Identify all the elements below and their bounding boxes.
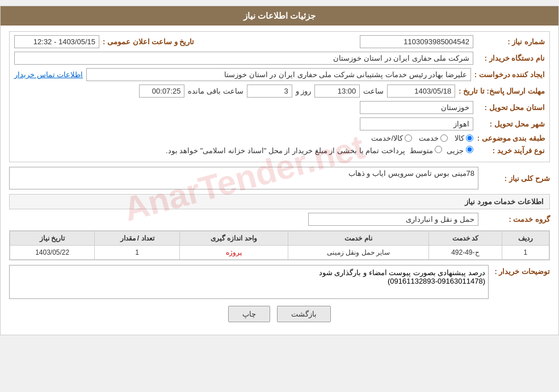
category-radio-group: کالا خدمت کالا/خدمت: [371, 134, 473, 142]
cell-name: سایر حمل ونقل زمینی: [288, 246, 428, 260]
row-creator: ایجاد کننده درخواست : علیرضا بهادر رئیس …: [14, 68, 545, 81]
cell-unit: پروژه: [179, 246, 288, 260]
category-kala-khedmat-radio[interactable]: [405, 134, 412, 142]
col-code: کد خدمت: [429, 231, 502, 246]
city-value: اهواز: [360, 117, 473, 130]
category-kala-label[interactable]: کالا: [455, 134, 473, 142]
buyer-org-value: شرکت ملی حفاری ایران در استان خوزستان: [14, 52, 473, 65]
table-row: 1 ح-49-492 سایر حمل ونقل زمینی پروژه 1 1…: [10, 246, 549, 260]
buyer-notes-label: توضیحات خریدار :: [493, 265, 550, 276]
announce-datetime-label: تاریخ و ساعت اعلان عمومی :: [103, 37, 194, 46]
buyer-notes-value: [9, 265, 489, 299]
remaining-label: ساعت باقی مانده: [188, 87, 243, 95]
need-description-label: شرح کلی نیاز :: [482, 174, 550, 183]
reply-date: 1403/05/18: [387, 85, 455, 98]
category-khedmat-text: خدمت: [419, 134, 439, 142]
reply-days: 3: [247, 85, 292, 98]
need-number-value: 1103093985004542: [360, 35, 473, 48]
page-wrapper: جزئیات اطلاعات نیاز شماره نیاز : 1103093…: [0, 6, 559, 335]
buyer-org-label: نام دستگاه خریدار :: [477, 54, 545, 62]
purchase-type-motavasset-radio[interactable]: [435, 146, 442, 153]
remaining-time: 00:07:25: [139, 85, 184, 98]
row-buyer-org: نام دستگاه خریدار : شرکت ملی حفاری ایران…: [14, 52, 545, 65]
col-unit: واحد اندازه گیری: [179, 231, 288, 246]
category-khedmat-label[interactable]: خدمت: [419, 134, 448, 142]
purchase-type-jozii-text: جزیی: [447, 146, 464, 155]
cell-code: ح-49-492: [429, 246, 502, 260]
purchase-type-label: نوع فرآیند خرید :: [477, 146, 545, 155]
row-province: استان محل تحویل : خوزستان: [14, 101, 545, 114]
need-number-label: شماره نیاز :: [477, 37, 545, 46]
services-table-container: ردیف کد خدمت نام خدمت واحد اندازه گیری ت…: [9, 230, 550, 260]
creator-label: ایجاد کننده درخواست :: [474, 70, 545, 79]
province-value: خوزستان: [360, 101, 473, 114]
services-table: ردیف کد خدمت نام خدمت واحد اندازه گیری ت…: [10, 231, 549, 260]
row-category: طبقه بندی موضوعی : کالا خدمت کالا/خدمت: [14, 134, 545, 142]
category-label: طبقه بندی موضوعی :: [477, 134, 545, 142]
reply-time: 13:00: [314, 85, 360, 98]
row-need-number-date: شماره نیاز : 1103093985004542 تاریخ و سا…: [14, 35, 545, 48]
buttons-row: بازگشت چاپ: [9, 306, 550, 322]
reply-time-label: ساعت: [363, 87, 384, 95]
purchase-type-motavasset-label[interactable]: متوسط: [410, 146, 443, 155]
purchase-type-jozii-label[interactable]: جزیی: [447, 146, 473, 155]
back-button[interactable]: بازگشت: [277, 306, 331, 322]
row-purchase-type: نوع فرآیند خرید : جزیی متوسط پرداخت تمام…: [14, 146, 545, 155]
cell-qty: 1: [95, 246, 179, 260]
creator-value: علیرضا بهادر رئیس خدمات پشتیبانی شرکت مل…: [86, 68, 471, 81]
print-button[interactable]: چاپ: [228, 306, 270, 322]
announce-datetime-value: 1403/05/15 - 12:32: [14, 35, 99, 48]
cell-date: 1403/05/22: [10, 246, 95, 260]
purchase-type-note: پرداخت تمام یا بخشی از مبلغ خریدار از مح…: [166, 146, 405, 155]
row-city: شهر محل تحویل : اهواز: [14, 117, 545, 130]
col-row: ردیف: [502, 231, 549, 246]
city-label: شهر محل تحویل :: [477, 120, 545, 128]
category-khedmat-radio[interactable]: [440, 134, 448, 142]
category-kala-khedmat-label[interactable]: کالا/خدمت: [371, 134, 412, 142]
service-group-label: گروه خدمت :: [482, 215, 550, 224]
service-group-value: حمل و نقل و انبارداری: [308, 213, 478, 226]
purchase-type-jozii-radio[interactable]: [466, 146, 473, 153]
category-kala-text: کالا: [455, 134, 464, 142]
buyer-notes-row: توضیحات خریدار :: [9, 265, 550, 299]
content-area: شماره نیاز : 1103093985004542 تاریخ و سا…: [1, 26, 558, 335]
row-reply-deadline: مهلت ارسال پاسخ: تا تاریخ : 1403/05/18 س…: [14, 85, 545, 98]
province-label: استان محل تحویل :: [477, 103, 545, 112]
row-service-group: گروه خدمت : حمل و نقل و انبارداری: [9, 213, 550, 226]
row-need-description: شرح کلی نیاز : AnarTender.net 78مینی بوس…: [9, 167, 550, 189]
category-kala-khedmat-text: کالا/خدمت: [371, 134, 403, 142]
col-name: نام خدمت: [288, 231, 428, 246]
cell-row: 1: [502, 246, 549, 260]
reply-deadline-label: مهلت ارسال پاسخ: تا تاریخ :: [459, 87, 545, 95]
services-section-title: اطلاعات خدمات مورد نیاز: [9, 194, 550, 209]
need-description-value: 78مینی بوس تامین سرویس ایاب و ذهاب: [9, 167, 478, 189]
main-info-section: شماره نیاز : 1103093985004542 تاریخ و سا…: [9, 31, 550, 162]
purchase-type-motavasset-text: متوسط: [410, 146, 433, 155]
contact-link[interactable]: اطلاعات تماس خریدار: [14, 70, 83, 79]
page-title: جزئیات اطلاعات نیاز: [1, 6, 558, 26]
category-kala-radio[interactable]: [466, 134, 473, 142]
col-date: تاریخ نیاز: [10, 231, 95, 246]
reply-days-label: روز و: [296, 87, 312, 95]
reply-deadline-fields: 1403/05/18 ساعت 13:00 روز و 3 ساعت باقی …: [139, 85, 455, 98]
col-qty: تعداد / مقدار: [95, 231, 179, 246]
